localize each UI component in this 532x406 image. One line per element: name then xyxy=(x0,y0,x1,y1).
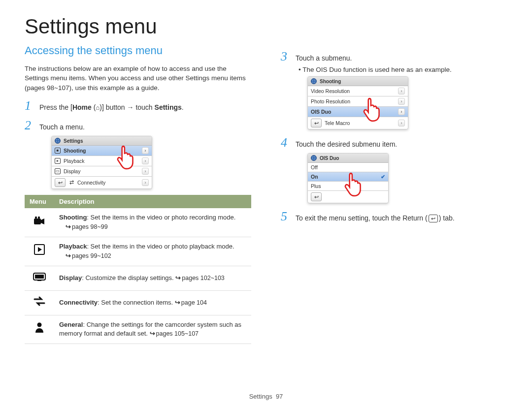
step-number: 1 xyxy=(25,98,33,113)
row-text: : Set the connection items. xyxy=(98,299,175,306)
table-row: Playback: Set the items in the video or … xyxy=(25,237,251,266)
chevron-right-icon: › xyxy=(398,120,405,126)
section-title: Accessing the settings menu xyxy=(25,44,251,57)
device-header-label: Shooting xyxy=(320,79,341,84)
device-header-label: OIS Duo xyxy=(320,156,339,161)
submenu-item-oisduo[interactable]: OIS Duo › xyxy=(308,107,408,117)
row-label: On xyxy=(311,174,318,180)
chevron-right-icon: › xyxy=(142,168,149,175)
step-5: 5 To exit the menu setting, touch the Re… xyxy=(281,209,507,224)
gear-icon xyxy=(311,78,317,84)
gear-icon xyxy=(55,138,61,144)
table-row: Connectivity: Set the connection items. … xyxy=(25,290,251,315)
display-icon: ▭ xyxy=(55,168,61,174)
table-row: Display: Customize the display settings.… xyxy=(25,266,251,290)
step1-post: ] button → touch xyxy=(102,103,155,111)
page-ref: page 104 xyxy=(175,299,207,306)
return-icon[interactable]: ↩ xyxy=(311,192,322,201)
option-on[interactable]: On ✔ xyxy=(308,172,388,182)
menu-item-display[interactable]: ▭ Display › xyxy=(52,166,152,177)
step-2: 2 Touch a menu. xyxy=(25,118,251,133)
row-label: Video Resolution xyxy=(311,88,350,94)
device-footer: ↩ xyxy=(308,191,388,203)
device-header-label: Settings xyxy=(64,138,83,144)
step-number: 2 xyxy=(25,118,33,133)
step-number: 4 xyxy=(281,135,290,150)
step-number: 5 xyxy=(281,209,290,224)
return-icon: ↩ xyxy=(429,215,438,222)
svg-rect-0 xyxy=(34,219,41,224)
svg-rect-7 xyxy=(35,275,44,279)
step2-text: Touch a menu. xyxy=(39,122,85,132)
display-icon xyxy=(25,266,54,290)
menu-item-shooting[interactable]: ■ Shooting › xyxy=(52,146,152,156)
option-plus[interactable]: Plus xyxy=(308,182,388,191)
page-footer: Settings 97 xyxy=(0,393,532,400)
step-1: 1 Press the [Home (⌂)] button → touch Se… xyxy=(25,98,251,113)
intro-text: The instructions below are an example of… xyxy=(25,64,251,93)
device-header: Settings xyxy=(52,136,152,146)
oisduo-menu-screenshot: OIS Duo Off On ✔ Plus ↩ xyxy=(307,153,389,203)
menu-item-playback[interactable]: ▸ Playback › xyxy=(52,156,152,166)
step3-note: The OIS Duo function is used here as an … xyxy=(299,66,507,73)
row-label: Tele Macro xyxy=(325,120,350,126)
step-number: 3 xyxy=(281,49,290,64)
left-column: Accessing the settings menu The instruct… xyxy=(25,44,251,344)
row-name: General xyxy=(59,321,83,328)
th-menu: Menu xyxy=(25,195,54,208)
step1-pre: Press the [ xyxy=(39,103,72,111)
menu-description-table: Menu Description Shooting: Set the items… xyxy=(25,195,251,344)
row-label: Photo Resolution xyxy=(311,98,350,104)
footer-label: Settings xyxy=(249,393,272,400)
submenu-item[interactable]: ↩ Tele Macro › xyxy=(308,117,408,129)
svg-point-2 xyxy=(35,216,37,218)
chevron-right-icon: › xyxy=(398,108,405,115)
row-name: Playback xyxy=(59,243,87,250)
svg-marker-1 xyxy=(41,219,44,224)
row-label: Display xyxy=(64,168,80,174)
step3-text: Touch a submenu. xyxy=(296,53,352,63)
svg-marker-5 xyxy=(38,247,42,252)
step1-end: . xyxy=(182,103,184,111)
shooting-menu-screenshot: Shooting Video Resolution › Photo Resolu… xyxy=(307,76,408,129)
step1-home: Home xyxy=(72,103,92,111)
play-icon xyxy=(25,237,54,266)
return-icon[interactable]: ↩ xyxy=(311,119,322,127)
step-4: 4 Touch the desired submenu item. xyxy=(281,135,507,150)
step1-settings: Settings xyxy=(155,103,182,111)
connectivity-icon: ⇄ xyxy=(68,180,74,186)
check-icon: ✔ xyxy=(381,174,385,180)
chevron-right-icon: › xyxy=(142,179,149,186)
general-icon xyxy=(25,315,54,344)
svg-point-3 xyxy=(38,216,40,218)
page-ref: pages 102~103 xyxy=(175,275,225,281)
home-icon: ⌂ xyxy=(96,104,100,111)
device-header: Shooting xyxy=(308,77,408,86)
page-ref: pages 99~102 xyxy=(66,252,111,259)
row-label: Plus xyxy=(311,183,321,189)
row-label: Connectivity xyxy=(77,180,105,186)
camcorder-icon xyxy=(25,208,54,237)
gear-icon xyxy=(311,155,317,161)
submenu-item[interactable]: Video Resolution › xyxy=(308,86,408,96)
step4-text: Touch the desired submenu item. xyxy=(296,139,397,150)
camcorder-icon: ■ xyxy=(55,148,61,154)
step5-pre: To exit the menu setting, touch the Retu… xyxy=(296,214,428,222)
step5-post: ) tab. xyxy=(439,214,455,222)
return-icon[interactable]: ↩ xyxy=(55,178,66,187)
table-row: General: Change the settings for the cam… xyxy=(25,315,251,344)
step-3: 3 Touch a submenu. xyxy=(281,49,507,64)
th-description: Description xyxy=(54,195,251,208)
table-row: Shooting: Set the items in the video or … xyxy=(25,208,251,237)
menu-item-connectivity[interactable]: ↩ ⇄ Connectivity › xyxy=(52,177,152,188)
row-label: Shooting xyxy=(64,148,86,154)
page-title: Settings menu xyxy=(25,15,507,38)
option-off[interactable]: Off xyxy=(308,163,388,172)
row-name: Display xyxy=(59,274,82,281)
page-ref: pages 105~107 xyxy=(150,330,199,337)
submenu-item[interactable]: Photo Resolution › xyxy=(308,96,408,107)
row-text: : Set the items in the video or photo pl… xyxy=(87,243,234,250)
connectivity-icon xyxy=(25,290,54,315)
chevron-right-icon: › xyxy=(398,88,405,94)
row-name: Shooting xyxy=(59,214,87,221)
